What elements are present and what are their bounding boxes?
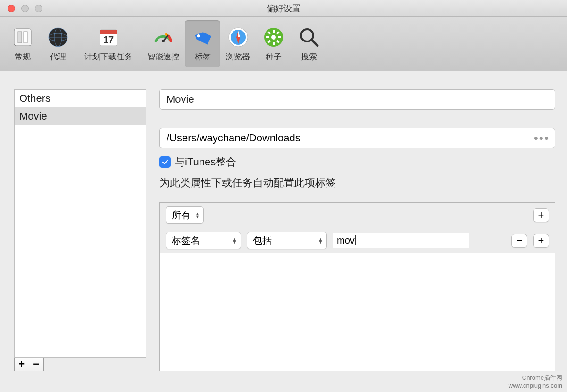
svg-line-27 xyxy=(312,40,317,46)
filter-value-input[interactable]: mov xyxy=(333,233,469,248)
titlebar: 偏好设置 xyxy=(0,0,567,17)
tab-search[interactable]: 搜索 xyxy=(291,20,326,67)
svg-rect-1 xyxy=(18,32,22,43)
tab-label: 搜索 xyxy=(301,51,317,62)
tab-label: 代理 xyxy=(50,51,66,62)
itunes-checkbox[interactable] xyxy=(159,156,171,168)
svg-rect-0 xyxy=(14,29,31,46)
list-item[interactable]: Others xyxy=(15,90,146,107)
svg-rect-18 xyxy=(273,30,275,33)
switch-icon xyxy=(11,26,34,49)
itunes-label: 与iTunes整合 xyxy=(175,155,236,169)
add-rule-button[interactable]: + xyxy=(533,234,549,248)
preferences-toolbar: 常规 代理 17 计划下载任务 智能速控 标签 浏览器 种子 xyxy=(0,17,567,71)
content-area: Others Movie + − Movie /Users/waychane/D… xyxy=(0,71,567,371)
svg-text:17: 17 xyxy=(103,34,114,45)
tab-label: 计划下载任务 xyxy=(84,51,133,62)
tab-label: 智能速控 xyxy=(147,51,179,62)
tab-browser[interactable]: 浏览器 xyxy=(220,20,256,67)
tags-list[interactable]: Others Movie xyxy=(14,89,146,358)
add-tag-button[interactable]: + xyxy=(15,358,29,371)
download-path-input[interactable]: /Users/waychane/Downloads xyxy=(159,128,555,148)
tab-seed[interactable]: 种子 xyxy=(256,20,291,67)
rules-editor: 所有 ▲▼ + 标签名 ▲▼ 包括 ▲▼ mov xyxy=(159,202,555,371)
field-select[interactable]: 标签名 ▲▼ xyxy=(166,232,241,249)
scope-select[interactable]: 所有 ▲▼ xyxy=(166,206,204,224)
tab-label: 浏览器 xyxy=(226,51,250,62)
chevron-updown-icon: ▲▼ xyxy=(318,238,323,244)
tab-speed[interactable]: 智能速控 xyxy=(142,20,185,67)
add-group-button[interactable]: + xyxy=(533,208,549,222)
tab-tags[interactable]: 标签 xyxy=(185,20,220,67)
chevron-updown-icon: ▲▼ xyxy=(195,212,200,218)
footer-credit: Chrome插件网 www.cnplugins.com xyxy=(509,374,562,390)
remove-tag-button[interactable]: − xyxy=(29,358,43,371)
operator-select[interactable]: 包括 ▲▼ xyxy=(247,232,327,249)
remove-rule-button[interactable]: − xyxy=(511,234,527,248)
rules-body xyxy=(160,253,555,371)
gauge-icon xyxy=(152,26,175,49)
description-text: 为此类属性下载任务自动配置此项标签 xyxy=(159,176,555,190)
compass-icon xyxy=(227,26,250,49)
tag-icon xyxy=(192,26,214,49)
gear-icon xyxy=(262,26,285,49)
tag-name-input[interactable]: Movie xyxy=(159,89,555,110)
globe-icon xyxy=(47,26,69,49)
tab-label: 常规 xyxy=(15,51,31,62)
svg-rect-9 xyxy=(100,30,117,34)
list-controls: + − xyxy=(14,358,44,371)
svg-rect-2 xyxy=(24,32,27,43)
calendar-icon: 17 xyxy=(97,26,120,49)
search-icon xyxy=(298,26,320,49)
svg-rect-19 xyxy=(273,42,275,45)
browse-path-button[interactable]: ••• xyxy=(534,131,550,146)
svg-point-17 xyxy=(271,35,276,40)
tab-proxy[interactable]: 代理 xyxy=(40,20,75,67)
svg-rect-20 xyxy=(266,36,269,38)
tab-label: 标签 xyxy=(195,51,211,62)
svg-rect-21 xyxy=(278,36,281,38)
window-title: 偏好设置 xyxy=(0,3,567,14)
chevron-updown-icon: ▲▼ xyxy=(233,238,237,244)
list-item[interactable]: Movie xyxy=(15,107,146,125)
tab-scheduler[interactable]: 17 计划下载任务 xyxy=(75,20,142,67)
tab-label: 种子 xyxy=(266,51,282,62)
tab-general[interactable]: 常规 xyxy=(5,20,40,67)
